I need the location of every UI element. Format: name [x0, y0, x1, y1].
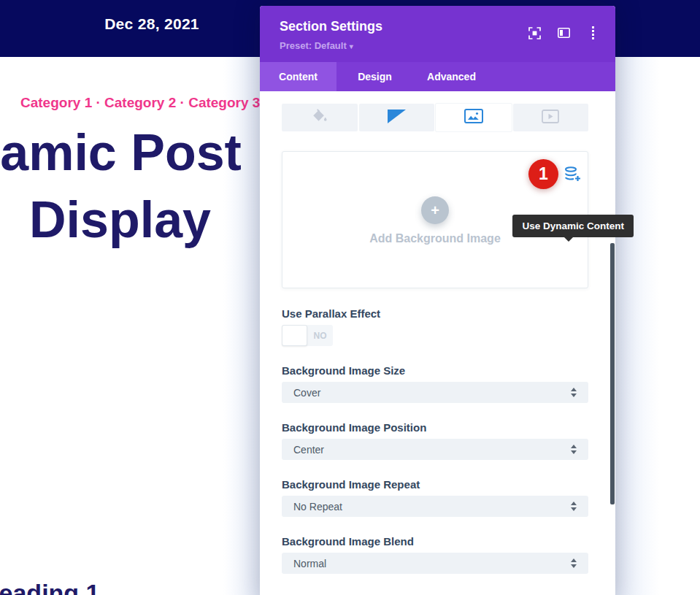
background-video-tab[interactable] [513, 104, 589, 131]
gradient-icon [388, 110, 406, 126]
modal-body: Use Dynamic Content 1 + [260, 91, 615, 595]
background-image-repeat-select[interactable]: No Repeat [282, 496, 588, 517]
more-options-icon[interactable] [586, 26, 599, 39]
image-icon [464, 109, 483, 126]
modal-scrollbar[interactable] [610, 243, 615, 504]
background-image-blend-select[interactable]: Normal [282, 553, 588, 574]
field-label-position: Background Image Position [282, 421, 588, 434]
field-label-repeat: Background Image Repeat [282, 478, 588, 491]
tab-advanced[interactable]: Advanced [413, 62, 490, 91]
preset-label: Preset: Default [280, 40, 347, 51]
step-badge: 1 [528, 159, 558, 189]
add-image-button[interactable]: + [421, 196, 449, 224]
background-type-tabs [282, 104, 588, 131]
screen: Dec 28, 2021 Category 1 · Category 2 · C… [0, 0, 700, 595]
dock-panel-icon[interactable] [557, 26, 570, 39]
dynamic-content-icon[interactable] [564, 166, 582, 183]
chevron-down-icon: ▾ [350, 42, 353, 50]
preset-dropdown[interactable]: Preset: Default▾ [280, 40, 353, 51]
field-label-parallax: Use Parallax Effect [282, 307, 588, 320]
expand-modal-icon[interactable] [528, 26, 541, 39]
tab-design[interactable]: Design [336, 62, 413, 91]
modal-title: Section Settings [280, 19, 382, 34]
background-image-position-select[interactable]: Center [282, 439, 588, 460]
select-arrows-icon [571, 558, 577, 568]
background-color-tab[interactable] [282, 104, 358, 131]
select-value: Normal [293, 558, 571, 569]
select-arrows-icon [571, 445, 577, 454]
modal-tab-bar: Content Design Advanced [260, 62, 615, 91]
page-gradient-right [615, 57, 659, 595]
post-date: Dec 28, 2021 [104, 15, 199, 33]
field-label-blend: Background Image Blend [282, 535, 588, 548]
video-icon [542, 110, 559, 126]
toggle-knob[interactable] [282, 325, 307, 346]
tab-content[interactable]: Content [260, 62, 336, 91]
section-settings-modal: Section Settings Preset: Default▾ [260, 6, 615, 595]
tooltip-arrow [564, 237, 574, 242]
field-label-size: Background Image Size [282, 364, 588, 377]
content-heading-partial: Heading 1 [0, 579, 99, 595]
select-arrows-icon [571, 502, 577, 511]
post-title-line1: Dynamic Post [0, 119, 242, 186]
post-title-line2: Display [29, 186, 211, 253]
tooltip-text: Use Dynamic Content [522, 220, 624, 231]
toggle-state: NO [307, 325, 333, 346]
background-gradient-tab[interactable] [359, 104, 435, 131]
paint-bucket-icon [311, 108, 328, 128]
background-image-size-select[interactable]: Cover [282, 382, 588, 403]
select-value: Cover [293, 387, 571, 399]
select-value: No Repeat [293, 501, 571, 513]
modal-header[interactable]: Section Settings Preset: Default▾ [260, 6, 615, 62]
tooltip: Use Dynamic Content [512, 215, 634, 237]
parallax-toggle[interactable]: NO [282, 325, 333, 346]
background-image-tab[interactable] [436, 104, 512, 131]
select-value: Center [293, 444, 571, 456]
select-arrows-icon [571, 388, 577, 397]
